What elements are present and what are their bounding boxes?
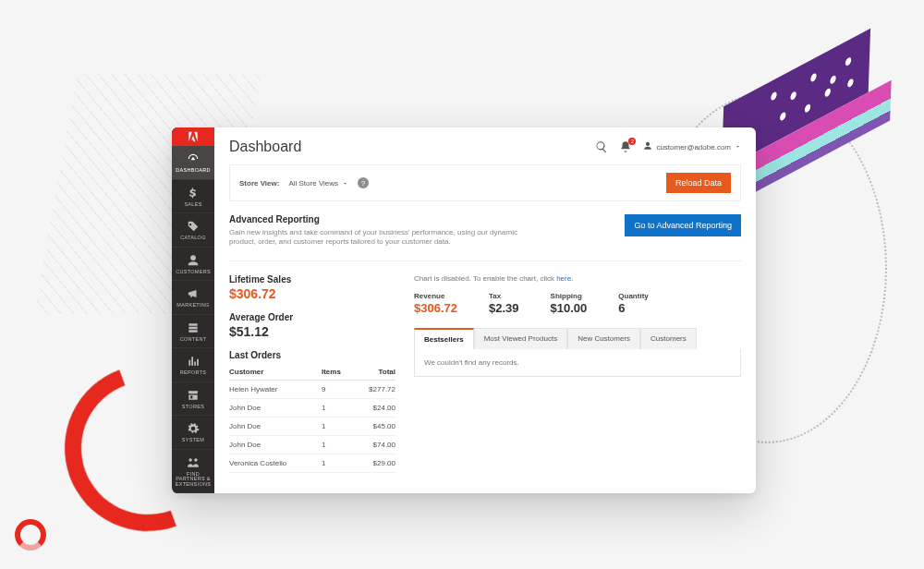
- sidebar-item-label: FIND PARTNERS & EXTENSIONS: [174, 472, 213, 488]
- chart-disabled-notice: Chart is disabled. To enable the chart, …: [414, 274, 741, 283]
- sidebar-item-content[interactable]: CONTENT: [172, 315, 214, 349]
- go-to-advanced-reporting-button[interactable]: Go to Advanced Reporting: [625, 214, 741, 236]
- gauge-icon: [187, 152, 200, 165]
- tab-content: We couldn't find any records.: [414, 349, 741, 377]
- sidebar-item-dashboard[interactable]: DASHBOARD: [172, 146, 214, 180]
- tab-bestsellers[interactable]: Bestsellers: [414, 328, 474, 349]
- brand-logo-tile[interactable]: [172, 127, 214, 146]
- storebar: Store View: All Store Views ? Reload Dat…: [229, 164, 741, 201]
- order-items: 1: [322, 417, 353, 435]
- order-items: 1: [322, 435, 353, 454]
- tab-most-viewed-products[interactable]: Most Viewed Products: [474, 328, 567, 349]
- metrics-row: Revenue $306.72 Tax $2.39 Shipping $10.0…: [414, 292, 741, 315]
- sidebar-item-catalog[interactable]: CATALOG: [172, 213, 214, 248]
- main-panel: Dashboard 2 customer@adobe.com Store Vie…: [214, 127, 756, 493]
- sidebar-item-marketing[interactable]: MARKETING: [172, 281, 214, 315]
- help-icon[interactable]: ?: [358, 177, 369, 188]
- table-row[interactable]: Helen Hywater9$277.72: [229, 380, 395, 398]
- notifications-icon[interactable]: 2: [619, 140, 632, 153]
- order-total: $277.72: [353, 380, 395, 398]
- lifetime-sales-label: Lifetime Sales: [229, 274, 395, 284]
- order-customer: Veronica Costello: [229, 454, 322, 472]
- sidebar-item-label: DASHBOARD: [176, 168, 211, 174]
- enable-chart-link[interactable]: here: [556, 274, 571, 283]
- user-icon: [643, 141, 652, 152]
- user-icon: [187, 254, 200, 267]
- megaphone-icon: [187, 287, 200, 300]
- adobe-logo-icon: [187, 130, 200, 143]
- store-icon: [187, 389, 200, 402]
- chevron-down-icon: [342, 180, 348, 187]
- table-row[interactable]: John Doe1$45.00: [229, 417, 395, 435]
- order-customer: John Doe: [229, 398, 322, 417]
- bars-icon: [187, 355, 200, 368]
- sidebar-item-label: SYSTEM: [182, 438, 204, 443]
- store-view-label: Store View:: [239, 179, 279, 188]
- sidebar-item-reports[interactable]: REPORTS: [172, 348, 214, 382]
- metric-shipping: Shipping $10.00: [551, 292, 588, 315]
- notifications-badge: 2: [628, 138, 636, 145]
- order-total: $24.00: [353, 398, 395, 417]
- layers-icon: [187, 321, 200, 334]
- reload-data-button[interactable]: Reload Data: [666, 173, 731, 193]
- store-view-select[interactable]: All Store Views: [288, 179, 348, 188]
- lifetime-sales-value: $306.72: [229, 286, 395, 301]
- sidebar-item-label: SALES: [184, 202, 201, 208]
- order-customer: Helen Hywater: [229, 380, 322, 398]
- advanced-reporting-card: Advanced Reporting Gain new insights and…: [229, 214, 741, 261]
- tab-customers[interactable]: Customers: [640, 328, 697, 349]
- last-orders-title: Last Orders: [229, 350, 395, 360]
- sidebar-item-label: CUSTOMERS: [176, 270, 211, 275]
- sidebar: DASHBOARDSALESCATALOGCUSTOMERSMARKETINGC…: [172, 127, 214, 493]
- average-order-label: Average Order: [229, 312, 395, 322]
- order-items: 1: [322, 454, 353, 472]
- sidebar-item-label: CATALOG: [180, 236, 206, 241]
- order-items: 9: [322, 380, 353, 398]
- sidebar-item-label: STORES: [182, 405, 204, 410]
- order-customer: John Doe: [229, 435, 322, 454]
- tag-icon: [187, 220, 200, 233]
- sidebar-item-stores[interactable]: STORES: [172, 382, 214, 417]
- page-title: Dashboard: [229, 139, 301, 155]
- advanced-reporting-desc: Gain new insights and take command of yo…: [229, 228, 525, 248]
- app-window: DASHBOARDSALESCATALOGCUSTOMERSMARKETINGC…: [172, 127, 756, 493]
- sidebar-item-find-partners-extensions[interactable]: FIND PARTNERS & EXTENSIONS: [172, 450, 214, 494]
- table-row[interactable]: Veronica Costello1$29.00: [229, 454, 395, 472]
- order-total: $45.00: [353, 417, 395, 435]
- order-customer: John Doe: [229, 417, 322, 435]
- order-items: 1: [322, 398, 353, 417]
- orders-col-customer: Customer: [229, 364, 322, 381]
- average-order-value: $51.12: [229, 324, 395, 339]
- account-email: customer@adobe.com: [656, 143, 731, 151]
- orders-table: Customer Items Total Helen Hywater9$277.…: [229, 364, 395, 473]
- sidebar-item-label: MARKETING: [176, 303, 209, 309]
- order-total: $29.00: [353, 454, 395, 472]
- sidebar-item-label: CONTENT: [180, 337, 207, 343]
- store-view-selected: All Store Views: [288, 179, 338, 188]
- metric-revenue: Revenue $306.72: [414, 292, 457, 315]
- dollar-icon: [187, 187, 200, 200]
- account-menu[interactable]: customer@adobe.com: [643, 141, 741, 152]
- tab-empty-text: We couldn't find any records.: [424, 358, 519, 367]
- advanced-reporting-title: Advanced Reporting: [229, 214, 525, 224]
- sidebar-item-label: REPORTS: [180, 370, 207, 376]
- gear-icon: [187, 422, 200, 435]
- sidebar-item-customers[interactable]: CUSTOMERS: [172, 248, 214, 282]
- sidebar-item-sales[interactable]: SALES: [172, 180, 214, 214]
- chevron-down-icon: [735, 143, 741, 151]
- tabs: BestsellersMost Viewed ProductsNew Custo…: [414, 328, 741, 349]
- search-icon[interactable]: [595, 140, 608, 153]
- order-total: $74.00: [353, 435, 395, 454]
- metric-tax: Tax $2.39: [489, 292, 519, 315]
- partners-icon: [187, 456, 200, 469]
- table-row[interactable]: John Doe1$24.00: [229, 398, 395, 417]
- table-row[interactable]: John Doe1$74.00: [229, 435, 395, 454]
- titlebar: Dashboard 2 customer@adobe.com: [214, 127, 756, 164]
- decor-red-ring-logo: [15, 519, 46, 551]
- tab-new-customers[interactable]: New Customers: [567, 328, 640, 349]
- sidebar-item-system[interactable]: SYSTEM: [172, 416, 214, 450]
- metric-quantity: Quantity 6: [618, 292, 648, 315]
- orders-col-total: Total: [353, 364, 395, 381]
- orders-col-items: Items: [322, 364, 353, 381]
